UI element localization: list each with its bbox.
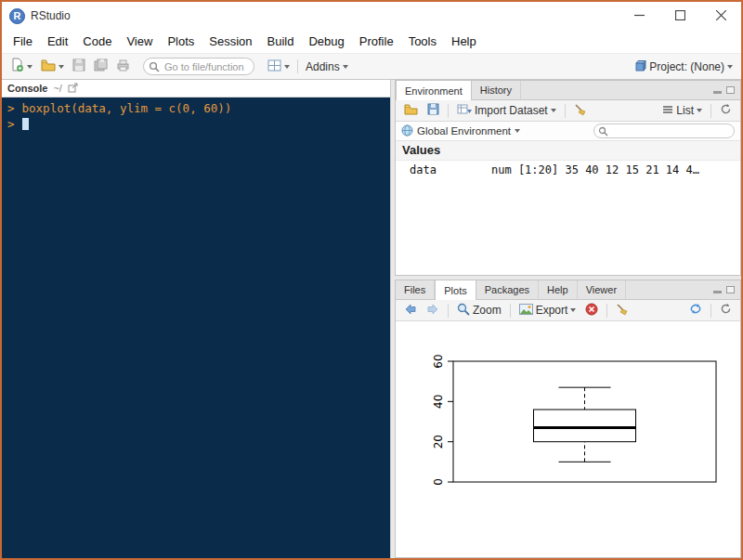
menu-item-view[interactable]: View (119, 32, 160, 51)
menu-item-debug[interactable]: Debug (301, 32, 351, 51)
pane-corner-controls (708, 81, 740, 99)
broom-icon (574, 103, 587, 119)
previous-plot-button[interactable] (401, 302, 420, 319)
toolbar-divider (448, 104, 449, 118)
save-button[interactable] (70, 57, 88, 76)
environment-search-box (593, 124, 735, 138)
toolbar-divider (448, 304, 449, 318)
goto-file-box (143, 58, 254, 75)
menu-item-help[interactable]: Help (444, 32, 484, 51)
refresh-plot-button[interactable] (717, 301, 735, 319)
toolbar-divider (606, 304, 607, 318)
pane-minimize-icon[interactable] (713, 291, 722, 293)
minimize-button[interactable] (619, 2, 659, 30)
environment-scope-label[interactable]: Global Environment (417, 125, 511, 137)
tab-packages[interactable]: Packages (476, 280, 539, 299)
menu-item-file[interactable]: File (6, 32, 40, 51)
tab-history[interactable]: History (472, 81, 521, 99)
menu-item-code[interactable]: Code (75, 32, 119, 51)
menu-item-profile[interactable]: Profile (352, 32, 401, 51)
project-menu-button[interactable]: Project: (None) (632, 58, 736, 76)
environment-entry-row[interactable]: data num [1:20] 35 40 12 15 21 14 4… (396, 161, 740, 179)
tab-help[interactable]: Help (539, 280, 578, 299)
chevron-down-icon (59, 65, 64, 69)
variable-value: num [1:20] 35 40 12 15 21 14 4… (491, 163, 699, 176)
close-icon (716, 9, 726, 23)
rstudio-logo-icon: R (9, 8, 25, 24)
save-workspace-button[interactable] (424, 101, 442, 120)
console-pane-header: Console ~/ (2, 80, 390, 98)
tab-environment[interactable]: Environment (396, 81, 472, 100)
tab-files[interactable]: Files (396, 280, 435, 299)
menu-item-session[interactable]: Session (202, 32, 259, 51)
console-line: >boxplot(data, ylim = c(0, 60)) (7, 100, 385, 116)
close-button[interactable] (700, 2, 741, 30)
tab-viewer[interactable]: Viewer (578, 280, 626, 299)
open-folder-icon (41, 59, 56, 74)
chevron-down-icon (551, 109, 556, 112)
plots-tabstrip: Files Plots Packages Help Viewer (396, 280, 740, 300)
chevron-down-icon (343, 65, 348, 69)
environment-scope-row: Global Environment (396, 122, 740, 141)
broom-icon (616, 303, 629, 319)
environment-search-input[interactable] (593, 124, 735, 138)
console-prompt: > (7, 101, 15, 115)
zoom-label: Zoom (473, 304, 502, 317)
import-dataset-icon (457, 103, 472, 118)
console-body[interactable]: >boxplot(data, ylim = c(0, 60)) > (2, 98, 390, 558)
popout-icon[interactable] (68, 82, 78, 96)
globe-icon (401, 124, 413, 138)
save-all-icon (94, 59, 108, 74)
list-view-button[interactable]: List (659, 102, 705, 119)
remove-plot-button[interactable] (582, 301, 601, 320)
pane-maximize-icon[interactable] (726, 86, 735, 94)
plots-toolbar: Zoom Export (396, 300, 740, 321)
menu-item-edit[interactable]: Edit (40, 32, 75, 51)
boxplot-figure: 0204060 (405, 343, 732, 536)
goto-file-input[interactable] (143, 58, 254, 75)
import-dataset-label: Import Dataset (475, 104, 548, 117)
load-workspace-button[interactable] (401, 101, 421, 120)
print-button[interactable] (113, 58, 133, 76)
addins-button[interactable]: Addins (303, 59, 351, 75)
toolbar-divider (297, 59, 298, 73)
environment-tabstrip: Environment History (396, 81, 740, 100)
save-all-button[interactable] (91, 57, 111, 76)
menu-item-build[interactable]: Build (260, 32, 302, 51)
plots-pane: Files Plots Packages Help Viewer (395, 280, 741, 558)
chevron-down-icon (515, 129, 520, 133)
new-file-button[interactable] (7, 56, 35, 77)
publish-plot-button[interactable] (686, 301, 705, 319)
pane-maximize-icon[interactable] (726, 286, 735, 293)
menu-item-tools[interactable]: Tools (401, 32, 444, 51)
export-plot-button[interactable]: Export (516, 302, 580, 319)
clear-all-plots-button[interactable] (613, 301, 632, 320)
tab-plots[interactable]: Plots (435, 280, 476, 300)
forward-arrow-icon (426, 304, 439, 318)
environment-toolbar: Import Dataset List (396, 100, 740, 122)
save-icon (72, 59, 85, 74)
toolbar-divider (510, 304, 511, 318)
new-file-icon (10, 58, 24, 75)
back-arrow-icon (404, 304, 417, 318)
svg-text:40: 40 (432, 395, 445, 409)
refresh-environment-button[interactable] (717, 101, 735, 120)
clear-environment-button[interactable] (571, 101, 590, 121)
rstudio-window: R RStudio File Edit Code View Plots Sess… (0, 0, 743, 560)
import-dataset-button[interactable]: Import Dataset (454, 101, 559, 120)
chevron-down-icon (27, 65, 33, 69)
zoom-magnifier-icon (457, 303, 470, 319)
console-command: boxplot(data, ylim = c(0, 60)) (22, 101, 232, 115)
workspace-panes-button[interactable] (265, 58, 293, 76)
zoom-plot-button[interactable]: Zoom (454, 301, 504, 320)
console-prompt: > (7, 117, 15, 131)
plot-display-area: 0204060 (396, 321, 740, 557)
toolbar-divider (710, 304, 711, 318)
export-label: Export (536, 304, 568, 317)
pane-minimize-icon[interactable] (713, 91, 722, 94)
main-area: Console ~/ >boxplot(data, ylim = c(0, 60… (2, 80, 741, 558)
maximize-button[interactable] (659, 2, 700, 30)
open-file-button[interactable] (38, 57, 67, 76)
next-plot-button[interactable] (424, 302, 442, 319)
menu-item-plots[interactable]: Plots (160, 32, 202, 51)
